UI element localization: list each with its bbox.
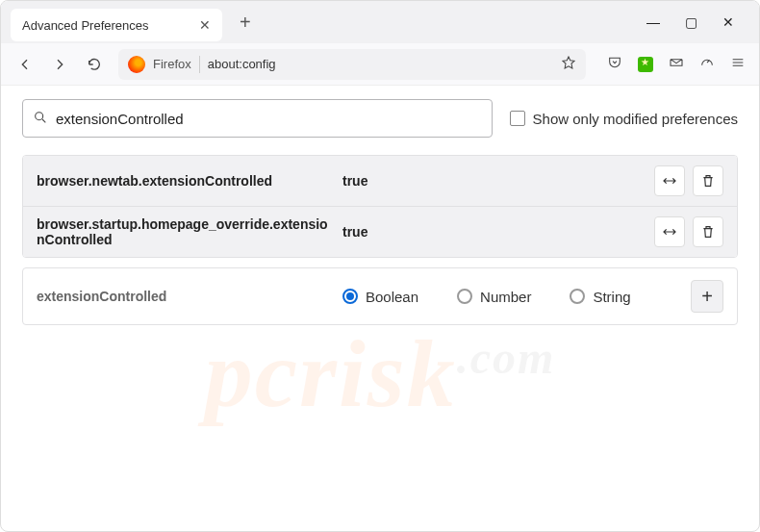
window-maximize-button[interactable]: ▢: [681, 11, 701, 34]
search-icon: [33, 110, 48, 128]
browser-tab[interactable]: Advanced Preferences ✕: [11, 9, 222, 41]
address-bar[interactable]: Firefox about:config: [118, 49, 586, 80]
type-radio-group: Boolean Number String: [342, 289, 683, 305]
radio-label: Number: [480, 289, 531, 305]
radio-label: Boolean: [366, 289, 418, 305]
preference-value: true: [342, 173, 646, 189]
dashboard-icon[interactable]: [699, 55, 715, 73]
preference-value: true: [342, 224, 646, 240]
hamburger-menu-icon[interactable]: [730, 55, 746, 73]
bookmark-star-icon[interactable]: [561, 55, 576, 73]
svg-point-0: [36, 112, 43, 119]
address-url: about:config: [208, 57, 553, 71]
show-modified-checkbox[interactable]: Show only modified preferences: [510, 111, 738, 127]
radio-boolean[interactable]: Boolean: [342, 289, 418, 305]
radio-number[interactable]: Number: [457, 289, 531, 305]
add-preference-name: extensionControlled: [37, 289, 335, 304]
checkbox-icon: [510, 111, 525, 126]
toggle-button[interactable]: [654, 216, 685, 247]
preference-name: browser.startup.homepage_override.extens…: [37, 216, 335, 247]
extension-icon[interactable]: [638, 57, 653, 72]
preference-row: browser.newtab.extensionControlled true: [23, 156, 737, 207]
mail-icon[interactable]: [669, 55, 684, 73]
forward-button[interactable]: [49, 57, 70, 72]
search-input[interactable]: [56, 111, 482, 127]
preference-row: browser.startup.homepage_override.extens…: [23, 207, 737, 257]
firefox-icon: [128, 56, 145, 73]
add-button[interactable]: +: [691, 280, 723, 313]
window-close-button[interactable]: ✕: [719, 11, 738, 34]
window-minimize-button[interactable]: —: [643, 11, 664, 34]
back-button[interactable]: [14, 57, 36, 72]
preference-name: browser.newtab.extensionControlled: [37, 173, 335, 189]
tab-title: Advanced Preferences: [22, 18, 191, 33]
content-area: Show only modified preferences browser.n…: [1, 86, 759, 339]
delete-button[interactable]: [693, 216, 723, 247]
radio-icon: [342, 289, 358, 304]
title-bar: Advanced Preferences ✕ + — ▢ ✕: [1, 1, 759, 43]
pocket-icon[interactable]: [607, 55, 622, 73]
add-preference-row: extensionControlled Boolean Number Strin…: [22, 267, 738, 325]
radio-string[interactable]: String: [570, 289, 630, 305]
reload-button[interactable]: [84, 57, 105, 72]
preferences-table: browser.newtab.extensionControlled true …: [22, 155, 738, 258]
radio-icon: [570, 289, 585, 304]
delete-button[interactable]: [693, 165, 723, 196]
checkbox-label-text: Show only modified preferences: [533, 111, 738, 127]
new-tab-button[interactable]: +: [232, 8, 259, 38]
address-label: Firefox: [153, 57, 191, 71]
navigation-toolbar: Firefox about:config: [1, 43, 759, 86]
radio-label: String: [593, 289, 630, 305]
preference-search-box[interactable]: [22, 99, 493, 138]
close-tab-icon[interactable]: ✕: [199, 17, 211, 33]
address-divider: [199, 56, 200, 73]
toggle-button[interactable]: [654, 165, 685, 196]
radio-icon: [457, 289, 472, 304]
